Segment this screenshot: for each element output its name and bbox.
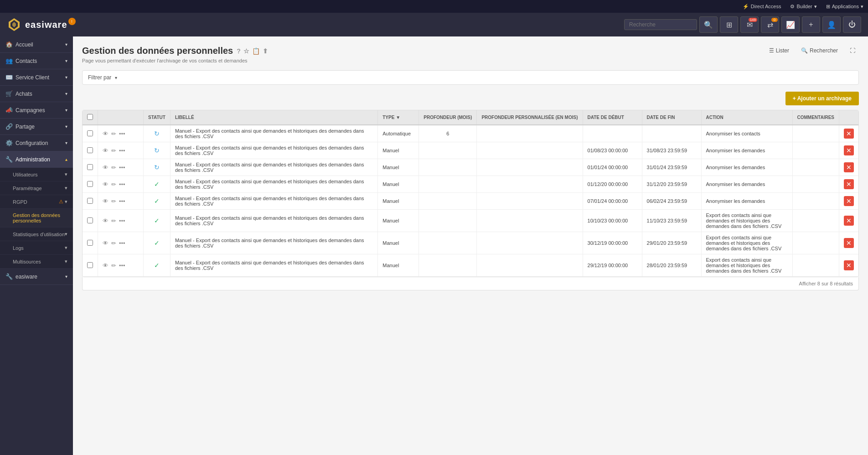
accueil-icon: 🏠 (5, 41, 13, 48)
header-notification-badge: ! (68, 18, 76, 25)
sidebar-item-accueil[interactable]: 🏠 Accueil ▾ (0, 36, 73, 53)
delete-button[interactable]: ✕ (844, 238, 854, 248)
sidebar-item-partage[interactable]: 🔗 Partage ▾ (0, 119, 73, 135)
sidebar-sub-parametrage[interactable]: Paramétrage ▾ (0, 181, 73, 195)
search-input[interactable] (624, 19, 697, 30)
sidebar-item-contacts[interactable]: 👥 Contacts ▾ (0, 53, 73, 69)
mail-button[interactable]: ✉ 149 (740, 16, 759, 33)
view-icon[interactable]: 👁 (103, 181, 108, 188)
col-header-type[interactable]: TYPE ▼ (378, 110, 419, 125)
edit-icon[interactable]: ✏ (111, 262, 116, 269)
user-button[interactable]: 👤 (822, 16, 841, 33)
delete-button[interactable]: ✕ (844, 129, 854, 139)
row-actions-cell: 👁 ✏ ••• (98, 210, 144, 232)
sidebar: 🏠 Accueil ▾ 👥 Contacts ▾ ✉️ Service Clie… (0, 36, 73, 455)
add-archivage-button[interactable]: + Ajouter un archivage (785, 92, 859, 105)
copy-icon[interactable]: 📋 (252, 47, 260, 55)
chart-button[interactable]: 📈 (781, 16, 800, 33)
more-icon[interactable]: ••• (119, 164, 125, 171)
page-title-area: Gestion des données personnelles ? ☆ 📋 ⬆… (82, 46, 268, 63)
view-icon[interactable]: 👁 (103, 240, 108, 247)
search-button[interactable]: 🔍 (699, 16, 718, 33)
sidebar-item-achats[interactable]: 🛒 Achats ▾ (0, 86, 73, 102)
help-icon[interactable]: ? (237, 47, 241, 55)
swap-button[interactable]: ⇄ 0 (761, 16, 779, 33)
view-icon[interactable]: 👁 (103, 262, 108, 269)
edit-icon[interactable]: ✏ (111, 164, 116, 171)
row-checkbox[interactable] (87, 198, 93, 204)
row-checkbox[interactable] (87, 262, 93, 268)
table-row: 👁 ✏ ••• ✓ Manuel - Export des contacts a… (83, 193, 858, 210)
lister-button[interactable]: ☰ Lister (765, 46, 793, 56)
col-header-row-actions (98, 110, 144, 125)
filter-bar[interactable]: Filtrer par ▾ (82, 70, 859, 85)
row-action-cell: Anonymiser les demandes (701, 193, 792, 210)
select-all-checkbox[interactable] (87, 114, 93, 120)
delete-button[interactable]: ✕ (844, 145, 854, 155)
row-statut-cell: ✓ (144, 193, 170, 210)
delete-button[interactable]: ✕ (844, 196, 854, 206)
more-icon[interactable]: ••• (119, 181, 125, 188)
edit-icon[interactable]: ✏ (111, 147, 116, 154)
builder-link[interactable]: ⚙ Builder ▾ (790, 4, 816, 10)
row-checkbox[interactable] (87, 130, 93, 136)
sidebar-item-easiware[interactable]: 🔧 easiware ▾ (0, 269, 73, 285)
delete-button[interactable]: ✕ (844, 260, 854, 270)
sidebar-sub-rgpd[interactable]: RGPD ⚠ ▾ (0, 195, 73, 209)
table-row: 👁 ✏ ••• ↻ Manuel - Export des contacts a… (83, 159, 858, 176)
direct-access-link[interactable]: ⚡ Direct Access (743, 4, 781, 10)
more-icon[interactable]: ••• (119, 262, 125, 269)
logo-area[interactable]: easiware ! (7, 17, 76, 32)
grid-button[interactable]: ⊞ (720, 16, 738, 33)
edit-icon[interactable]: ✏ (111, 130, 116, 137)
row-checkbox[interactable] (87, 217, 93, 223)
sidebar-sub-logs[interactable]: Logs ▾ (0, 241, 73, 255)
sidebar-sub-utilisateurs[interactable]: Utilisateurs ▾ (0, 168, 73, 181)
rgpd-warning-icon: ⚠ (59, 199, 63, 204)
more-icon[interactable]: ••• (119, 217, 125, 224)
sidebar-item-campagnes[interactable]: 📣 Campagnes ▾ (0, 102, 73, 119)
expand-button[interactable]: ⛶ (846, 46, 859, 56)
sidebar-item-administration[interactable]: 🔧 Administration ▴ (0, 151, 73, 168)
rechercher-button[interactable]: 🔍 Rechercher (797, 46, 842, 56)
edit-icon[interactable]: ✏ (111, 240, 116, 247)
applications-link[interactable]: ⊞ Applications ▾ (826, 4, 863, 10)
view-icon[interactable]: 👁 (103, 198, 108, 205)
upload-icon[interactable]: ⬆ (263, 47, 268, 55)
row-date-fin-cell: 31/01/24 23:59:59 (642, 159, 701, 176)
star-icon[interactable]: ☆ (243, 47, 249, 55)
row-libelle-cell: Manuel - Export des contacts ainsi que d… (170, 142, 377, 159)
view-icon[interactable]: 👁 (103, 147, 108, 154)
row-profondeur-cell (419, 232, 477, 254)
sidebar-sub-gestion-donnees[interactable]: Gestion des données personnelles (0, 209, 73, 228)
row-checkbox[interactable] (87, 147, 93, 153)
sidebar-item-service-client[interactable]: ✉️ Service Client ▾ (0, 69, 73, 86)
more-icon[interactable]: ••• (119, 147, 125, 154)
more-icon[interactable]: ••• (119, 240, 125, 247)
more-icon[interactable]: ••• (119, 130, 125, 137)
delete-button[interactable]: ✕ (844, 179, 854, 189)
row-checkbox[interactable] (87, 181, 93, 187)
power-button[interactable]: ⏻ (843, 16, 861, 33)
delete-button[interactable]: ✕ (844, 162, 854, 172)
edit-icon[interactable]: ✏ (111, 198, 116, 205)
add-button[interactable]: + (802, 16, 820, 33)
more-icon[interactable]: ••• (119, 198, 125, 205)
view-icon[interactable]: 👁 (103, 164, 108, 171)
row-checkbox[interactable] (87, 240, 93, 246)
row-statut-cell: ↻ (144, 125, 170, 142)
edit-icon[interactable]: ✏ (111, 181, 116, 188)
delete-button[interactable]: ✕ (844, 216, 854, 226)
row-checkbox[interactable] (87, 164, 93, 170)
row-checkbox-cell (83, 210, 98, 232)
edit-icon[interactable]: ✏ (111, 217, 116, 224)
sidebar-sub-multisources[interactable]: Multisources ▾ (0, 255, 73, 269)
sidebar-item-configuration[interactable]: ⚙️ Configuration ▾ (0, 135, 73, 151)
view-icon[interactable]: 👁 (103, 130, 108, 137)
view-icon[interactable]: 👁 (103, 217, 108, 224)
row-type-cell: Manuel (378, 142, 419, 159)
sidebar-sub-statistiques[interactable]: Statistiques d'utilisation ▾ (0, 228, 73, 241)
parametrage-label: Paramétrage (13, 186, 42, 191)
row-date-fin-cell: 29/01/20 23:59:59 (642, 232, 701, 254)
row-date-fin-cell: 31/08/23 23:59:59 (642, 142, 701, 159)
